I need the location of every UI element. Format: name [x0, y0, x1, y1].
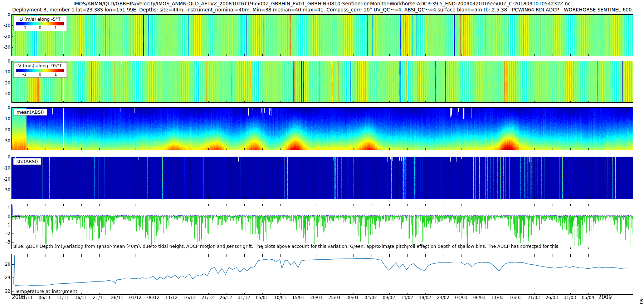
v-velocity-heatmap [12, 61, 633, 102]
y-tick-label: -2 [0, 231, 10, 236]
std-absi-legend: std(ABSI) [13, 158, 41, 165]
depth-variation-plot [12, 204, 633, 249]
y-tick-label: 1 [0, 205, 10, 210]
std-absi-legend-title: std(ABSI) [16, 159, 38, 164]
temperature-plot [12, 254, 633, 294]
mean-absi-legend: mean(ABSI) [13, 109, 47, 116]
u-velocity-panel: U (m/s) along -5°T -1 0 1 0-10-20-30 [11, 14, 633, 56]
x-tick-label: 26/11 [111, 295, 123, 300]
y-tick-label: -30 [0, 45, 10, 50]
x-tick-label: 21/03 [527, 295, 540, 300]
y-tick-label: -10 [0, 69, 10, 74]
x-tick-label: 05/04 [582, 295, 594, 300]
x-tick-label: 15/01 [292, 295, 304, 300]
y-tick-label: -20 [0, 34, 10, 39]
y-tick-label: 0 [0, 105, 10, 110]
x-tick-label: 26/12 [220, 295, 232, 300]
colorbar-tick-zero: 0 [39, 25, 41, 30]
y-tick-label: 24 [0, 275, 10, 280]
y-tick-label: -10 [0, 23, 10, 28]
x-tick-label: 01/11 [20, 295, 33, 300]
x-tick-label: 06/03 [473, 295, 486, 300]
v-velocity-legend: V (m/s) along -95°T -1 0 1 [13, 62, 67, 78]
x-tick-label: 11/03 [491, 295, 504, 300]
y-tick-label: -10 [0, 116, 10, 121]
y-tick-label: -20 [0, 177, 10, 182]
x-tick-label: 10/01 [274, 295, 287, 300]
y-tick-label: -20 [0, 127, 10, 132]
mean-absi-heatmap [12, 108, 633, 150]
x-tick-label: 26/03 [546, 295, 558, 300]
depth-variation-note: Blue: ADCP Depth (m) variation from sens… [13, 244, 560, 249]
y-tick-label: -20 [0, 80, 10, 85]
v-velocity-legend-title: V (m/s) along -95°T [15, 63, 65, 68]
x-tick-label: 30/01 [346, 295, 359, 300]
colorbar-tick-neg1: -1 [23, 72, 26, 77]
x-tick-label: 31/03 [564, 295, 576, 300]
x-tick-label: 25/01 [328, 295, 341, 300]
x-tick-label: 04/02 [365, 295, 377, 300]
y-tick-label: 0 [0, 59, 10, 64]
x-tick-label: 16/12 [184, 295, 196, 300]
colorbar-tick-pos1: 1 [54, 25, 57, 30]
x-tick-label: 20/01 [310, 295, 323, 300]
x-tick-label: 11/12 [165, 295, 178, 300]
temperature-panel: Temperature at instrument 262422 [11, 254, 633, 295]
y-tick-label: 22 [0, 289, 10, 294]
std-absi-panel: std(ABSI) 0-10-20-30 [11, 157, 633, 199]
u-velocity-legend-title: U (m/s) along -5°T [15, 16, 65, 22]
adcp-velocity-figure: IMOS/ANMN/QLD/GBRHIN/Velocity/IMOS_ANMN-… [0, 0, 644, 304]
v-velocity-panel: V (m/s) along -95°T -1 0 1 0-10-20-30 [11, 61, 633, 103]
std-absi-heatmap [12, 157, 633, 199]
x-tick-label: 01/03 [455, 295, 468, 300]
temperature-series-label: Temperature at instrument [15, 289, 77, 294]
figure-subtitle-deployment: Deployment 3, member 1 lat=23.38S lon=15… [0, 7, 644, 13]
x-tick-label: 11/11 [57, 295, 69, 300]
u-velocity-legend: U (m/s) along -5°T -1 0 1 [13, 16, 67, 31]
u-velocity-heatmap [12, 15, 633, 56]
y-tick-label: -1 [0, 222, 10, 227]
x-tick-label: 21/11 [93, 295, 106, 300]
x-tick-label: 16/11 [75, 295, 87, 300]
x-tick-label: 06/12 [147, 295, 160, 300]
colorbar-tick-zero: 0 [39, 72, 41, 77]
x-tick-label: 05/01 [256, 295, 268, 300]
y-tick-label: -30 [0, 138, 10, 143]
colorbar-tick-neg1: -1 [23, 25, 26, 30]
y-tick-label: 0 [0, 214, 10, 219]
x-tick-label: 21/12 [201, 295, 214, 300]
y-tick-label: -30 [0, 187, 10, 192]
y-tick-label: -30 [0, 91, 10, 96]
y-tick-label: 0 [0, 12, 10, 17]
x-axis-year-right: 2009 [598, 294, 612, 300]
x-tick-label: 14/02 [401, 295, 413, 300]
v-velocity-colorbar-ticks: -1 0 1 [15, 72, 65, 77]
mean-absi-panel: mean(ABSI) 0-10-20-30 [11, 107, 633, 150]
u-velocity-colorbar [16, 22, 64, 25]
y-tick-label: 26 [0, 262, 10, 267]
x-tick-label: 31/12 [238, 295, 250, 300]
mean-absi-legend-title: mean(ABSI) [16, 109, 44, 115]
u-velocity-colorbar-ticks: -1 0 1 [15, 25, 65, 30]
x-tick-label: 06/11 [39, 295, 51, 300]
colorbar-tick-pos1: 1 [54, 72, 57, 77]
x-tick-label: 19/02 [419, 295, 431, 300]
x-tick-label: 09/02 [382, 295, 395, 300]
depth-variation-panel: Blue: ADCP Depth (m) variation from sens… [11, 204, 633, 249]
x-tick-label: 01/12 [129, 295, 142, 300]
x-axis: 2008 2009 01/1106/1111/1116/1121/1126/11… [0, 294, 644, 303]
x-tick-label: 16/03 [509, 295, 522, 300]
figure-title-filename: IMOS/ANMN/QLD/GBRHIN/Velocity/IMOS_ANMN-… [0, 1, 644, 6]
imos-watermark: © IMOS 28-Feb-2024 21:37:48 Hobart time [638, 298, 644, 304]
v-velocity-colorbar [16, 69, 64, 72]
y-tick-label: -3 [0, 240, 10, 245]
x-tick-label: 24/02 [437, 295, 449, 300]
y-tick-label: 0 [0, 155, 10, 160]
y-tick-label: -10 [0, 166, 10, 171]
